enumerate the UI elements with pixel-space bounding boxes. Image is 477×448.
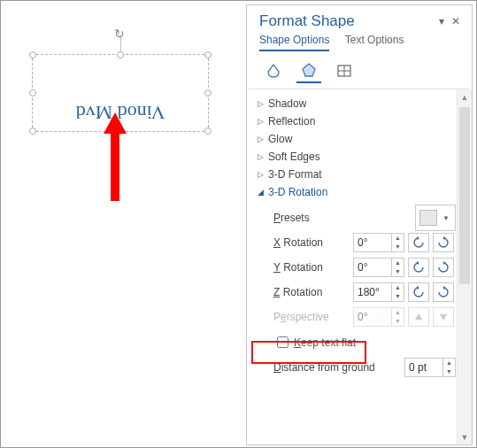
- rotate-y-left-button[interactable]: [408, 258, 429, 277]
- panel-tabs: Shape Options Text Options: [247, 32, 472, 51]
- rotation-handle-icon[interactable]: ↻: [114, 27, 127, 39]
- annotation-arrow-icon: [104, 112, 127, 201]
- chevron-down-icon: ▼: [442, 214, 450, 222]
- spin-up-icon: ▲: [392, 308, 404, 317]
- category-icons: [249, 51, 470, 89]
- section-soft-edges[interactable]: ▷Soft Edges: [258, 148, 456, 166]
- section-label: 3-D Format: [268, 168, 322, 181]
- panel-title: Format Shape: [259, 12, 435, 30]
- spin-up-icon[interactable]: ▲: [392, 283, 404, 292]
- scroll-down-icon[interactable]: ▼: [458, 429, 472, 444]
- effects-icon[interactable]: [296, 58, 321, 83]
- x-rotation-label: X Rotation: [273, 236, 353, 249]
- perspective-field: [354, 311, 391, 323]
- section-glow[interactable]: ▷Glow: [258, 130, 456, 148]
- keep-text-flat-label: Keep text flat: [294, 336, 356, 349]
- tab-text-options[interactable]: Text Options: [345, 34, 404, 50]
- spin-up-icon[interactable]: ▲: [443, 359, 455, 367]
- tab-shape-options[interactable]: Shape Options: [259, 34, 329, 51]
- spin-down-icon[interactable]: ▼: [392, 243, 404, 251]
- x-rotation-input[interactable]: ▲▼: [353, 233, 404, 252]
- svg-marker-0: [104, 112, 127, 201]
- resize-handle[interactable]: [204, 51, 212, 58]
- presets-dropdown[interactable]: ▼: [415, 205, 456, 231]
- spin-up-icon[interactable]: ▲: [392, 234, 404, 243]
- section-label: 3-D Rotation: [268, 186, 327, 198]
- section-label: Glow: [268, 133, 292, 145]
- presets-label: Presets: [273, 212, 353, 224]
- resize-handle[interactable]: [29, 89, 36, 97]
- spin-down-icon[interactable]: ▼: [392, 292, 404, 301]
- section-shadow[interactable]: ▷Shadow: [258, 95, 456, 112]
- section-3d-rotation[interactable]: ◢3-D Rotation: [258, 183, 456, 201]
- document-canvas: ↻ Vinod Mvd: [1, 1, 231, 447]
- rotate-x-left-button[interactable]: [408, 233, 429, 252]
- distance-input[interactable]: ▲▼: [404, 358, 456, 377]
- vertical-scrollbar[interactable]: ▲ ▼: [457, 89, 472, 444]
- x-rotation-field[interactable]: [354, 236, 391, 249]
- z-rotation-field[interactable]: [354, 286, 391, 298]
- section-reflection[interactable]: ▷Reflection: [258, 112, 456, 130]
- resize-handle[interactable]: [29, 127, 36, 135]
- z-rotation-input[interactable]: ▲▼: [353, 282, 404, 302]
- format-shape-panel: Format Shape ▾ ✕ Shape Options Text Opti…: [246, 4, 473, 445]
- spin-up-icon[interactable]: ▲: [392, 259, 404, 267]
- task-pane-options-icon[interactable]: ▾: [435, 14, 449, 28]
- resize-handle[interactable]: [204, 127, 212, 135]
- section-label: Reflection: [268, 115, 315, 127]
- perspective-up-button: [408, 307, 429, 327]
- spin-down-icon: ▼: [392, 317, 404, 326]
- scroll-thumb[interactable]: [459, 107, 470, 284]
- keep-text-flat-row: Keep text flat: [273, 330, 456, 354]
- spin-down-icon[interactable]: ▼: [392, 267, 404, 276]
- resize-handle[interactable]: [117, 51, 124, 58]
- fill-line-icon[interactable]: [261, 58, 286, 83]
- perspective-input: ▲▼: [353, 307, 404, 327]
- perspective-label: Perspective: [273, 311, 353, 323]
- resize-handle[interactable]: [204, 89, 212, 97]
- rotation-controls: Presets ▼ X Rotation ▲▼: [258, 201, 456, 384]
- rotate-y-right-button[interactable]: [433, 258, 454, 277]
- close-icon[interactable]: ✕: [449, 14, 463, 28]
- perspective-down-button: [433, 307, 454, 327]
- size-properties-icon[interactable]: [332, 58, 357, 83]
- keep-text-flat-checkbox[interactable]: [277, 336, 289, 348]
- rotate-z-ccw-button[interactable]: [408, 282, 429, 302]
- section-label: Soft Edges: [268, 151, 320, 163]
- rotate-z-cw-button[interactable]: [433, 282, 454, 302]
- rotate-x-right-button[interactable]: [433, 233, 454, 252]
- preset-swatch-icon: [419, 210, 437, 226]
- section-3d-format[interactable]: ▷3-D Format: [258, 166, 456, 183]
- distance-field[interactable]: [405, 361, 442, 374]
- spin-down-icon[interactable]: ▼: [443, 367, 455, 376]
- z-rotation-label: Z Rotation: [273, 286, 353, 298]
- panel-body: ▷Shadow ▷Reflection ▷Glow ▷Soft Edges ▷3…: [247, 89, 472, 444]
- distance-label: Distance from ground: [273, 361, 389, 374]
- svg-marker-1: [303, 64, 315, 76]
- y-rotation-label: Y Rotation: [273, 261, 353, 274]
- svg-marker-12: [440, 314, 447, 321]
- panel-header: Format Shape ▾ ✕: [247, 5, 472, 32]
- resize-handle[interactable]: [29, 51, 36, 58]
- section-label: Shadow: [268, 97, 306, 110]
- y-rotation-field[interactable]: [354, 261, 391, 274]
- scroll-up-icon[interactable]: ▲: [458, 89, 472, 104]
- svg-marker-11: [415, 313, 422, 320]
- y-rotation-input[interactable]: ▲▼: [353, 258, 404, 277]
